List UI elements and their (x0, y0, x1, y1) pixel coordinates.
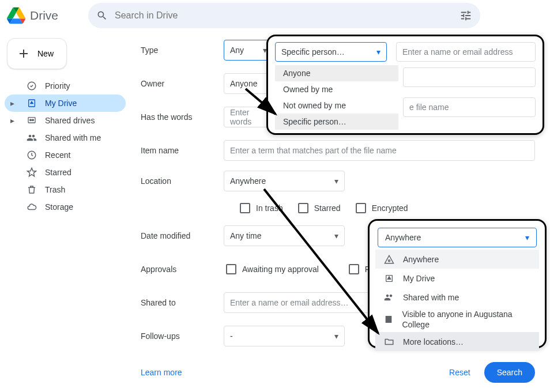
chevron-down-icon: ▾ (376, 47, 381, 56)
sidebar-item-label: My Drive (45, 99, 77, 108)
svg-point-2 (30, 119, 32, 121)
sidebar-item-priority[interactable]: Priority (5, 77, 126, 95)
my-drive-icon (27, 99, 37, 108)
cloud-icon (27, 202, 37, 212)
label-date-modified: Date modified (141, 231, 213, 240)
sidebar-item-shared-drives[interactable]: ▸ Shared drives (5, 112, 126, 129)
location-option-more-locations[interactable]: More locations… (375, 332, 539, 351)
sidebar-item-label: Priority (45, 81, 70, 91)
sidebar-item-label: Starred (45, 168, 71, 177)
owner-option-owned-by-me[interactable]: Owned by me (275, 81, 398, 97)
chevron-down-icon: ▾ (525, 233, 529, 242)
svg-line-7 (246, 89, 276, 114)
plus-icon (17, 47, 31, 61)
location-callout-select[interactable]: Anywhere ▾ (378, 228, 537, 247)
shared-drives-icon (27, 116, 37, 125)
callout-location-dropdown: Anywhere ▾ Anywhere My Drive Shared with… (368, 219, 547, 348)
sidebar-item-shared-with-me[interactable]: Shared with me (5, 129, 126, 146)
learn-more-link[interactable]: Learn more (141, 368, 182, 377)
location-option-visible-org[interactable]: Visible to anyone in Augustana College (375, 307, 539, 332)
label-approvals: Approvals (141, 265, 213, 274)
owner-option-not-owned[interactable]: Not owned by me (275, 97, 398, 114)
sidebar-item-label: Storage (45, 202, 73, 212)
label-shared-to: Shared to (141, 298, 213, 307)
chevron-down-icon: ▾ (334, 176, 338, 186)
trash-icon (27, 184, 37, 195)
sidebar-item-starred[interactable]: Starred (5, 164, 126, 181)
annotation-arrow (261, 186, 387, 341)
clock-icon (27, 150, 37, 160)
item-name-input[interactable]: Enter a term that matches part of the fi… (224, 140, 535, 161)
owner-option-specific-person[interactable]: Specific person… (275, 114, 398, 130)
label-followups: Follow-ups (141, 331, 213, 341)
new-button[interactable]: New (7, 38, 67, 69)
chevron-right-icon: ▸ (10, 99, 18, 108)
sidebar-item-label: Recent (45, 150, 70, 160)
svg-line-8 (264, 189, 378, 333)
search-bar[interactable] (88, 3, 480, 28)
reset-button[interactable]: Reset (449, 368, 470, 377)
sidebar-item-recent[interactable]: Recent (5, 146, 126, 164)
owner-callout-select[interactable]: Specific person… ▾ (275, 42, 387, 62)
sidebar-item-label: Shared with me (45, 133, 101, 142)
drive-logo-icon (7, 6, 25, 25)
label-has-words: Has the words (141, 112, 213, 122)
sidebar-item-label: Trash (45, 185, 65, 194)
new-label: New (37, 49, 54, 58)
svg-point-3 (32, 119, 34, 121)
annotation-arrow (243, 86, 284, 121)
sidebar-item-label: Shared drives (45, 116, 95, 125)
search-options-icon[interactable] (459, 9, 472, 22)
location-option-shared-with-me[interactable]: Shared with me (375, 288, 539, 307)
star-icon (27, 167, 37, 178)
people-icon (27, 133, 37, 143)
location-option-my-drive[interactable]: My Drive (375, 269, 539, 288)
owner-name-input[interactable]: Enter a name or email address (396, 42, 536, 62)
sidebar-item-my-drive[interactable]: ▸ My Drive (5, 95, 126, 112)
priority-icon (27, 81, 37, 91)
sidebar-item-storage[interactable]: Storage (5, 198, 126, 216)
drive-logo[interactable]: Drive (7, 6, 58, 25)
sidebar-item-trash[interactable]: Trash (5, 181, 126, 198)
search-button[interactable]: Search (484, 362, 535, 383)
owner-option-anyone[interactable]: Anyone (275, 65, 398, 81)
search-input[interactable] (114, 10, 472, 21)
svg-point-5 (389, 259, 390, 261)
label-type: Type (141, 46, 213, 55)
stub-filename-input[interactable]: e file name (403, 97, 536, 117)
chevron-right-icon: ▸ (10, 116, 18, 125)
stub-input[interactable] (403, 67, 536, 87)
label-owner: Owner (141, 79, 213, 88)
app-name: Drive (30, 9, 58, 22)
callout-owner-dropdown: Specific person… ▾ Enter a name or email… (266, 35, 544, 135)
label-item-name: Item name (141, 146, 213, 155)
search-icon (96, 10, 108, 21)
label-location: Location (141, 176, 213, 186)
owner-dropdown-menu: Anyone Owned by me Not owned by me Speci… (275, 65, 398, 130)
location-option-anywhere[interactable]: Anywhere (375, 250, 539, 269)
